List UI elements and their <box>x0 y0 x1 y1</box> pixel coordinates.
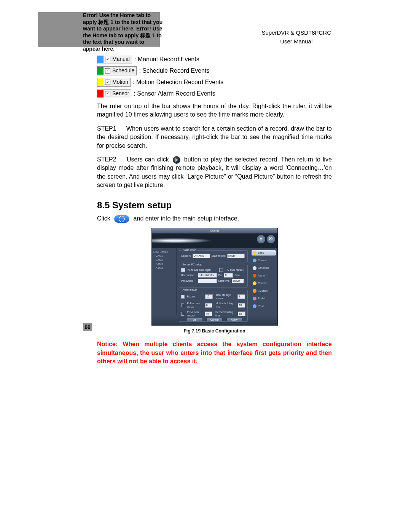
click-after: and enter into the main setup interface. <box>134 215 239 222</box>
buzzer-input[interactable]: 10 <box>205 294 213 299</box>
header-error-text: Error! Use the Home tab to apply 标题 1 to… <box>83 12 163 52</box>
password-label: Password: <box>181 279 196 283</box>
tree-cam[interactable]: CAM2 <box>156 258 175 262</box>
figure-caption: Fig 7.19 Basic Configuration <box>97 328 332 334</box>
legend-text: : Manual Record Events <box>134 55 199 64</box>
legend-motion: ✓ Motion : Motion Detection Record Event… <box>97 78 332 87</box>
tree-root[interactable]: ⊟ All Device <box>153 250 175 254</box>
nav-alarm[interactable]: Alarm <box>252 273 276 278</box>
nav-schedule[interactable]: Schedule <box>252 265 276 271</box>
disk-alarm-input[interactable]: 1 <box>237 294 245 299</box>
page-number: 66 <box>83 323 92 331</box>
step2-label: STEP2 <box>97 155 124 164</box>
chip-label: Manual <box>112 56 132 63</box>
banner-orb-icon: ✦ <box>257 235 265 243</box>
nav-label: Basic <box>258 251 264 255</box>
doc-title-line2: User Manual <box>261 37 331 46</box>
nav-email[interactable]: E-Mail <box>252 296 276 301</box>
per-input[interactable]: 0 <box>224 273 233 278</box>
swatch-yellow <box>97 78 104 86</box>
chip-sensor: ✓ Sensor <box>97 89 131 98</box>
tree-cam[interactable]: CAM4 <box>156 267 175 270</box>
checkbox-icon: ✓ <box>105 57 110 62</box>
days-label: days <box>234 273 240 277</box>
checkbox-icon: ✓ <box>105 91 110 96</box>
per-label: Per <box>218 273 223 277</box>
step1-label: STEP1 <box>97 125 124 133</box>
legend-text: : Motion Detection Record Events <box>133 78 223 86</box>
prealarm-label: Pre-alarm record <box>187 310 203 318</box>
starttime-input[interactable]: 00:00 <box>232 279 244 283</box>
config-sidebar: Basic Camera Schedule Alarm Record I-Mot… <box>250 248 277 315</box>
prealarm-input[interactable]: 10 <box>205 312 212 316</box>
buzzer-label: Buzzer <box>187 295 204 299</box>
chip-motion: ✓ Motion <box>97 78 131 87</box>
header-right: SuperDVR & QSDT8PCRC User Manual <box>261 28 331 46</box>
username-input[interactable]: administrator <box>198 273 217 278</box>
nav-label: P.T.Z <box>258 304 264 308</box>
group-server-pc: Server PC setup Windows auto-login PC au… <box>179 265 248 288</box>
chip-manual: ✓ Manual <box>97 55 132 64</box>
step1-text: When users want to search for a certain … <box>97 125 332 149</box>
calendar-icon <box>253 266 256 270</box>
notice-text: Notice: When multiple clients access the… <box>97 340 332 366</box>
checkbox-icon[interactable] <box>181 312 185 316</box>
swatch-blue <box>97 56 104 63</box>
chip-label: Motion <box>112 78 130 86</box>
page: { "header": { "error_text": "Error! Use … <box>0 0 411 532</box>
nav-imotion[interactable]: I-Motion <box>252 288 276 294</box>
group-alarm-setup: Alarm setup Buzzer 10 Disk storage alarm… <box>179 290 248 322</box>
nav-label: Record <box>258 281 267 285</box>
group-title: Basic setup <box>182 248 198 252</box>
click-line: Click and enter into the main setup inte… <box>97 214 332 223</box>
setup-gear-icon <box>114 215 129 223</box>
checkbox-icon[interactable] <box>181 295 185 299</box>
nav-label: Alarm <box>258 274 265 278</box>
legend-sensor: ✓ Sensor : Sensor Alarm Record Events <box>97 89 332 98</box>
win-autologin-label: Windows auto-login <box>188 268 211 272</box>
step2-before: Users can click <box>127 156 169 163</box>
config-titlebar: Config <box>152 228 277 233</box>
fullscreen-input[interactable]: 0 <box>205 303 213 308</box>
header-divider <box>97 46 332 46</box>
motion-hold-input[interactable]: 10 <box>238 303 245 308</box>
legend-schedule: ✓ Schedule : Schedule Record Events <box>97 66 332 75</box>
username-label: User name: <box>181 273 196 277</box>
nav-basic[interactable]: Basic <box>252 250 276 256</box>
group-title: Server PC setup <box>182 263 203 267</box>
nav-ptz[interactable]: P.T.Z <box>252 304 276 309</box>
password-input[interactable] <box>198 279 217 283</box>
fullscreen-label: Full screen alarm <box>187 302 203 309</box>
checkbox-icon: ✓ <box>105 80 110 85</box>
sensor-hold-input[interactable]: 10 <box>238 312 245 316</box>
chip-schedule: ✓ Schedule <box>97 66 137 75</box>
gear-icon <box>253 251 256 255</box>
click-before: Click <box>97 215 110 222</box>
tree-cam[interactable]: CAM3 <box>156 262 175 266</box>
pc-reboot-label: PC auto reboot <box>226 268 244 272</box>
caption-select[interactable]: O-NAME <box>193 254 210 258</box>
config-window: Config ✦ ⦿ ⊟ All Device CAM1 CAM2 CAM3 C… <box>151 228 278 326</box>
swatch-green <box>97 67 104 75</box>
checkbox-icon[interactable] <box>181 304 185 307</box>
camera-icon <box>253 259 256 262</box>
group-title: Alarm setup <box>182 288 198 292</box>
nav-label: Schedule <box>258 266 269 270</box>
tree-cam[interactable]: CAM1 <box>156 254 175 258</box>
section-heading: 8.5 System setup <box>97 199 332 212</box>
savemode-label: Save mode: <box>212 254 226 258</box>
device-tree[interactable]: ⊟ All Device CAM1 CAM2 CAM3 CAM4 <box>152 248 177 315</box>
nav-label: E-Mail <box>258 297 266 300</box>
sensor-hold-label: Sensor holding time: <box>215 310 236 318</box>
mail-icon <box>253 297 256 300</box>
step2-paragraph: STEP2 Users can click button to play the… <box>97 155 332 190</box>
checkbox-icon[interactable] <box>219 268 223 272</box>
caption-label: Caption: <box>181 254 191 258</box>
savemode-select[interactable]: Never <box>227 254 245 258</box>
nav-record[interactable]: Record <box>252 281 276 286</box>
config-center: Basic setup Caption: O-NAME Save mode: N… <box>177 248 250 315</box>
legend-text: : Schedule Record Events <box>139 67 209 75</box>
banner-orb-icon: ⦿ <box>267 235 275 243</box>
checkbox-icon[interactable] <box>181 268 185 272</box>
nav-camera[interactable]: Camera <box>252 258 276 263</box>
